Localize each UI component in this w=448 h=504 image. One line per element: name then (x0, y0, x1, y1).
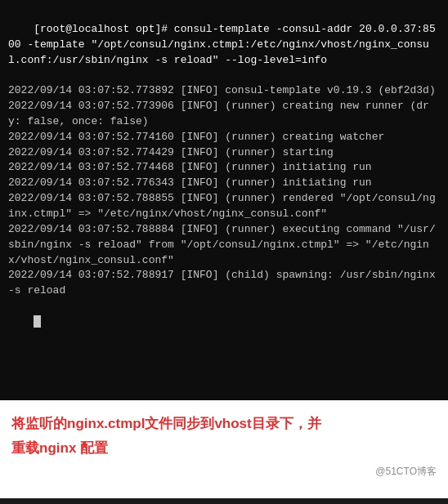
terminal-section: [root@localhost opt]# consul-template -c… (0, 0, 448, 400)
terminal-line-1: 2022/09/14 03:07:52.773892 [INFO] consul… (8, 83, 440, 99)
terminal-line-9: 2022/09/14 03:07:52.788917 [INFO] (child… (8, 268, 440, 299)
terminal-line-4: 2022/09/14 03:07:52.774429 [INFO] (runne… (8, 145, 440, 161)
terminal-line-3: 2022/09/14 03:07:52.774160 [INFO] (runne… (8, 130, 440, 145)
prompt: [root@localhost opt]# (34, 23, 174, 35)
terminal-line-5: 2022/09/14 03:07:52.774468 [INFO] (runne… (8, 160, 440, 176)
annotation-line-1: 将监听的nginx.ctmpl文件同步到vhost目录下，并 (11, 413, 437, 435)
source-tag: @51CTO博客 (11, 465, 437, 479)
annotation-line-2: 重载nginx 配置 (11, 438, 437, 459)
bottom-section: 将监听的nginx.ctmpl文件同步到vhost目录下，并 重载nginx 配… (0, 400, 448, 498)
terminal-cursor-line (8, 299, 440, 346)
terminal-line-7: 2022/09/14 03:07:52.788855 [INFO] (runne… (8, 191, 440, 222)
cursor-block (34, 315, 41, 328)
terminal-line-8: 2022/09/14 03:07:52.788884 [INFO] (runne… (8, 222, 440, 269)
terminal-line-0: [root@localhost opt]# consul-template -c… (8, 7, 440, 83)
terminal-line-6: 2022/09/14 03:07:52.776343 [INFO] (runne… (8, 176, 440, 191)
terminal-line-2: 2022/09/14 03:07:52.773906 [INFO] (runne… (8, 99, 440, 130)
